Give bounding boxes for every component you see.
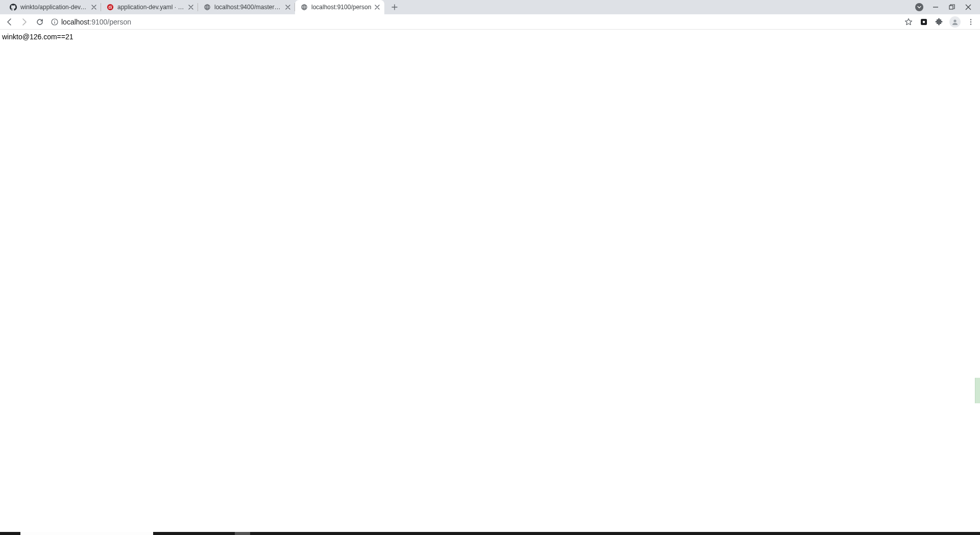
globe-icon bbox=[203, 3, 211, 11]
toolbar: localhost:9100/person bbox=[0, 14, 980, 30]
minimize-button[interactable] bbox=[931, 3, 940, 12]
chevron-down-circle-icon[interactable] bbox=[915, 3, 924, 12]
svg-point-12 bbox=[970, 23, 971, 25]
svg-point-9 bbox=[953, 19, 956, 22]
side-decoration bbox=[975, 378, 980, 403]
response-text: winkto@126.com==21 bbox=[2, 33, 74, 41]
address-path: :9100/person bbox=[89, 18, 131, 26]
back-button[interactable] bbox=[4, 17, 14, 27]
address-bar[interactable]: localhost:9100/person bbox=[50, 16, 894, 28]
close-icon[interactable] bbox=[90, 3, 98, 11]
github-icon bbox=[9, 3, 17, 11]
svg-point-11 bbox=[970, 21, 971, 22]
taskbar bbox=[0, 532, 980, 535]
forward-button[interactable] bbox=[19, 17, 30, 27]
toolbar-actions bbox=[903, 16, 976, 28]
svg-point-8 bbox=[923, 20, 925, 23]
close-window-button[interactable] bbox=[964, 3, 973, 12]
globe-icon bbox=[300, 3, 308, 11]
tab-title: localhost:9100/person bbox=[311, 4, 371, 11]
tab-strip: winkto/application-dev.yaml a applicatio… bbox=[0, 0, 980, 14]
gitee-icon bbox=[106, 3, 114, 11]
close-icon[interactable] bbox=[284, 3, 292, 11]
tab-0[interactable]: winkto/application-dev.yaml a bbox=[4, 0, 101, 14]
svg-rect-5 bbox=[949, 6, 953, 9]
svg-point-10 bbox=[970, 19, 971, 20]
maximize-button[interactable] bbox=[947, 3, 957, 12]
info-icon[interactable] bbox=[50, 17, 59, 27]
extension-square-icon[interactable] bbox=[919, 17, 929, 27]
tab-title: localhost:9400/master/applica bbox=[214, 4, 282, 11]
address-text: localhost:9100/person bbox=[61, 18, 131, 26]
tab-3-active[interactable]: localhost:9100/person bbox=[295, 0, 384, 14]
tab-2[interactable]: localhost:9400/master/applica bbox=[198, 0, 295, 14]
tab-1[interactable]: application-dev.yaml · winkto/ bbox=[101, 0, 198, 14]
new-tab-button[interactable] bbox=[387, 0, 402, 14]
star-icon[interactable] bbox=[903, 17, 914, 27]
page-content: winkto@126.com==21 bbox=[0, 30, 980, 44]
reload-button[interactable] bbox=[35, 17, 45, 27]
kebab-menu-icon[interactable] bbox=[966, 17, 976, 27]
address-host: localhost bbox=[61, 18, 89, 26]
profile-avatar[interactable] bbox=[949, 16, 961, 28]
close-icon[interactable] bbox=[373, 3, 381, 11]
window-controls bbox=[908, 0, 980, 14]
extensions-puzzle-icon[interactable] bbox=[934, 17, 944, 27]
tab-title: winkto/application-dev.yaml a bbox=[20, 4, 88, 11]
tab-title: application-dev.yaml · winkto/ bbox=[117, 4, 185, 11]
close-icon[interactable] bbox=[187, 3, 195, 11]
